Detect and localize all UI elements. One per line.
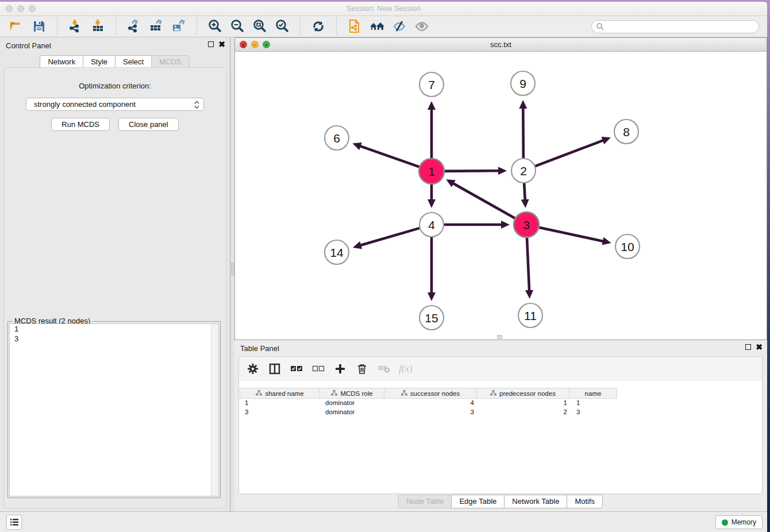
network-window-titlebar[interactable]: x − + scc.txt <box>235 38 767 52</box>
export-image-icon[interactable] <box>170 18 187 35</box>
task-history-button[interactable] <box>6 515 22 530</box>
table-row[interactable]: 3dominator323 <box>240 408 761 417</box>
edge-arrowhead <box>498 167 507 175</box>
edge-arrowhead <box>428 199 436 208</box>
graph-edge[interactable] <box>527 237 529 291</box>
graph-node-label: 4 <box>428 218 435 232</box>
export-table-icon[interactable] <box>148 18 165 35</box>
graph-node-label: 3 <box>523 218 530 232</box>
main-toolbar <box>0 16 767 37</box>
column-chooser-icon[interactable] <box>268 362 282 376</box>
column-header[interactable]: name <box>569 388 617 399</box>
column-header-label: predecessor nodes <box>499 390 556 397</box>
column-header-label: successor nodes <box>410 390 460 397</box>
memory-status-icon <box>722 519 728 526</box>
search-input[interactable] <box>605 21 759 32</box>
eye-icon[interactable] <box>413 18 430 35</box>
open-session-icon[interactable] <box>8 18 25 35</box>
control-panel-title: Control Panel <box>6 41 51 50</box>
column-header[interactable]: MCDS role <box>319 388 384 399</box>
close-panel-icon[interactable]: ✖ <box>218 41 225 48</box>
zoom-in-icon[interactable] <box>206 18 224 35</box>
apply-layout-icon[interactable] <box>310 18 327 35</box>
graph-edge[interactable] <box>360 228 419 245</box>
table-settings-gear-icon[interactable] <box>246 362 260 376</box>
result-line: 3 <box>10 334 218 344</box>
toolbar-separator <box>197 18 197 35</box>
run-mcds-button[interactable]: Run MCDS <box>51 118 110 131</box>
eye-slash-icon[interactable] <box>391 18 408 35</box>
graph-node-label: 11 <box>524 309 537 322</box>
tab-motifs[interactable]: Motifs <box>567 495 603 508</box>
network-window: x − + scc.txt 7968124314101511 <box>234 37 767 340</box>
houses-icon[interactable] <box>368 18 386 35</box>
criterion-value: strongly connected component <box>34 100 136 109</box>
graph-edge[interactable] <box>536 140 604 166</box>
graph-node-label: 9 <box>519 77 526 90</box>
mcds-result-lines: 13 <box>10 324 218 344</box>
network-canvas[interactable]: 7968124314101511 <box>235 52 767 340</box>
close-panel-button[interactable]: Close panel <box>118 118 179 131</box>
result-scrollbar[interactable] <box>211 324 218 496</box>
close-table-panel-icon[interactable]: ✖ <box>756 344 763 350</box>
network-resize-grip[interactable] <box>497 335 502 339</box>
tab-edge-table[interactable]: Edge Table <box>451 495 505 508</box>
network-window-title: scc.txt <box>235 40 767 49</box>
delete-table-icon[interactable] <box>377 362 391 376</box>
graph-edge[interactable] <box>444 171 499 171</box>
graph-edge[interactable] <box>524 183 525 201</box>
graph-edge[interactable] <box>523 107 523 158</box>
tab-node-table[interactable]: Node Table <box>398 495 452 508</box>
window-titlebar[interactable]: Session: New Session <box>0 2 767 16</box>
table-panel: Table Panel ✖ <box>234 340 767 511</box>
toolbar-separator <box>57 18 57 35</box>
tab-network-table[interactable]: Network Table <box>504 495 567 508</box>
edge-arrowhead <box>428 292 436 301</box>
splitter-grip[interactable] <box>231 263 234 275</box>
network-graph[interactable]: 7968124314101511 <box>235 52 767 341</box>
criterion-select[interactable]: strongly connected component <box>26 98 204 111</box>
node-table-card: f(x) shared nameMCDS rolesuccessor nodes… <box>238 356 763 494</box>
edge-arrowhead <box>501 221 510 229</box>
export-network-icon[interactable] <box>125 18 143 35</box>
edge-arrowhead <box>428 101 436 110</box>
edge-arrowhead <box>519 100 527 109</box>
import-network-icon[interactable] <box>67 18 84 35</box>
graph-node-label: 15 <box>425 311 438 325</box>
zoom-selected-icon[interactable] <box>274 18 291 35</box>
search-box[interactable] <box>591 20 759 33</box>
deselect-all-columns-icon[interactable] <box>311 362 325 376</box>
desktop: Session: New Session <box>0 0 770 532</box>
import-table-icon[interactable] <box>89 18 106 35</box>
search-icon <box>596 22 605 31</box>
column-header[interactable]: predecessor nodes <box>476 388 569 399</box>
table-cell: dominator <box>321 399 386 408</box>
table-row[interactable]: 1dominator411 <box>240 399 761 408</box>
graph-edge[interactable] <box>360 146 420 167</box>
network-from-file-icon[interactable] <box>346 18 363 35</box>
function-builder-icon[interactable]: f(x) <box>399 363 413 375</box>
panel-splitter[interactable] <box>230 37 234 511</box>
memory-button[interactable]: Memory <box>715 515 763 529</box>
zoom-out-icon[interactable] <box>229 18 246 35</box>
create-column-icon[interactable] <box>333 362 347 376</box>
mcds-result-list[interactable]: 13 <box>9 323 219 496</box>
column-header[interactable]: successor nodes <box>384 388 477 399</box>
table-cell: 1 <box>240 399 321 408</box>
select-all-columns-icon[interactable] <box>290 362 303 376</box>
float-panel-icon[interactable] <box>208 41 214 47</box>
save-session-icon[interactable] <box>30 18 48 35</box>
float-table-panel-icon[interactable] <box>745 344 751 350</box>
table-panel-title: Table Panel <box>240 344 279 353</box>
column-header[interactable]: shared name <box>240 388 320 399</box>
table-cell: 3 <box>240 408 321 417</box>
delete-column-icon[interactable] <box>355 362 369 376</box>
edge-arrowhead <box>602 237 611 245</box>
app-window: Session: New Session <box>0 2 767 532</box>
control-panel: Control Panel ✖ Network Style Select MCD… <box>0 37 230 511</box>
zoom-fit-icon[interactable] <box>251 18 268 35</box>
graph-edge[interactable] <box>453 183 515 219</box>
graph-edge[interactable] <box>539 228 604 241</box>
control-panel-header: Control Panel ✖ <box>0 37 230 53</box>
edge-arrowhead <box>525 290 533 299</box>
